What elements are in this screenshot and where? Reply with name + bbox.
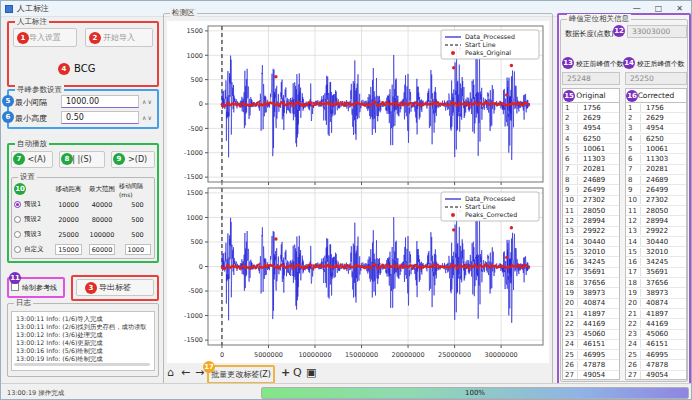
table-row[interactable]: 720281 [563, 165, 619, 175]
save-icon[interactable]: ▣ [306, 366, 316, 380]
badge-16: 16 [626, 90, 638, 102]
log-textarea[interactable]: 13:00:11 Info: (1/6)导入完成13:00:11 Info: (… [11, 311, 155, 371]
post-peak-count-label: 校正后峰值个数 [637, 59, 685, 69]
table-row[interactable]: 611303 [626, 154, 686, 164]
min-height-input[interactable]: 0.50 [61, 111, 139, 124]
table-row[interactable]: 1027302 [626, 196, 686, 206]
table-row[interactable]: 2345060 [563, 330, 619, 340]
table-row[interactable]: 1228994 [563, 216, 619, 226]
table-row[interactable]: 926499 [626, 185, 686, 195]
chart-peaks-original[interactable]: 150010005000-500-1000-1500Data_Processed… [168, 23, 548, 185]
min-interval-stepper[interactable]: ∧∨ [142, 98, 153, 105]
svg-text:0: 0 [220, 351, 224, 359]
table-row[interactable]: 926499 [563, 185, 619, 195]
maximize-icon[interactable]: □ [655, 4, 663, 13]
table-row[interactable]: 2244169 [626, 319, 686, 329]
table-row[interactable]: 1228994 [626, 216, 686, 226]
table-row[interactable]: 1938973 [626, 288, 686, 298]
svg-text:25000000: 25000000 [438, 351, 471, 359]
table-row[interactable]: 34954 [563, 124, 619, 134]
matplotlib-figure: 150010005000-500-1000-1500Data_Processed… [167, 21, 549, 363]
table-row[interactable]: 1532010 [563, 247, 619, 257]
table-row[interactable]: 1329922 [563, 227, 619, 237]
back-icon[interactable]: ← [181, 366, 190, 380]
badge-17: 17 [203, 361, 215, 373]
table-row[interactable]: 611303 [563, 154, 619, 164]
table-row[interactable]: 1735691 [626, 268, 686, 278]
svg-text:500: 500 [191, 238, 203, 246]
table-row[interactable]: 2546995 [626, 350, 686, 360]
table-row[interactable]: 2647878 [563, 360, 619, 370]
table-row[interactable]: 510061 [626, 144, 686, 154]
custom-value-input[interactable]: 15000 [52, 242, 85, 257]
close-icon[interactable]: ✕ [676, 4, 683, 13]
badge-10: 10 [14, 183, 26, 195]
table-row[interactable]: 34954 [626, 124, 686, 134]
table-row[interactable]: 1128050 [563, 206, 619, 216]
table-row[interactable]: 11756 [626, 103, 686, 113]
table-row[interactable]: 2141897 [626, 309, 686, 319]
table-row[interactable]: 1634245 [563, 257, 619, 267]
svg-text:Peaks_Original: Peaks_Original [465, 49, 511, 57]
svg-text:1000: 1000 [186, 52, 203, 60]
min-interval-input[interactable]: 1000.00 [61, 95, 139, 108]
badge-11: 11 [9, 272, 21, 284]
table-row[interactable]: 1634245 [626, 257, 686, 267]
table-row[interactable]: 1837656 [626, 278, 686, 288]
badge-6: 6 [2, 111, 14, 123]
svg-text:Data_Processed: Data_Processed [465, 33, 515, 41]
table-row[interactable]: 46250 [626, 134, 686, 144]
table-row[interactable]: 2141897 [563, 309, 619, 319]
table-row[interactable]: 2749054 [626, 371, 686, 381]
preset-radio-预设3[interactable]: 预设3 [12, 227, 52, 242]
home-icon[interactable]: ⌂ [167, 366, 174, 380]
preset-radio-自定义[interactable]: 自定义 [12, 242, 52, 257]
minimize-icon[interactable]: — [633, 4, 641, 13]
preset-radio-预设1[interactable]: 预设1 [12, 197, 52, 212]
table-row[interactable]: 22629 [626, 113, 686, 123]
batch-change-label-button[interactable]: 批量更改标签(Z) [210, 368, 272, 381]
table-row[interactable]: 2749054 [563, 371, 619, 381]
preset-value: 10000 [52, 197, 85, 212]
corrected-peaks-table[interactable]: Corrected 117562262934954462505100616113… [625, 88, 687, 380]
table-row[interactable]: 2446151 [563, 340, 619, 350]
table-row[interactable]: 2040874 [563, 299, 619, 309]
table-row[interactable]: 510061 [563, 144, 619, 154]
table-row[interactable]: 2244169 [563, 319, 619, 329]
table-row[interactable]: 22629 [563, 113, 619, 123]
min-height-stepper[interactable]: ∧∨ [142, 114, 153, 121]
table-row[interactable]: 2647878 [626, 360, 686, 370]
chart-peaks-corrected[interactable]: 150010005000-500-1000-150005000000100000… [168, 185, 548, 361]
table-row[interactable]: 1430440 [563, 237, 619, 247]
table-row[interactable]: 1938973 [563, 288, 619, 298]
table-row[interactable]: 2546995 [563, 350, 619, 360]
preset-radio-预设2[interactable]: 预设2 [12, 212, 52, 227]
table-row[interactable]: 2040874 [626, 299, 686, 309]
settings-col-header: 最大范围 [85, 182, 119, 197]
zoom-icon[interactable]: Q [293, 366, 302, 380]
table-row[interactable]: 1430440 [626, 237, 686, 247]
svg-text:5000000: 5000000 [254, 351, 283, 359]
table-row[interactable]: 2345060 [626, 330, 686, 340]
table-row[interactable]: 1128050 [626, 206, 686, 216]
pre-peak-count-label: 校正前峰值个数 [576, 59, 624, 69]
table-row[interactable]: 824689 [563, 175, 619, 185]
reference-line-checkbox[interactable] [11, 283, 19, 291]
table-row[interactable]: 1837656 [563, 278, 619, 288]
table-row[interactable]: 11756 [563, 103, 619, 113]
manual-group-title: 人工标注 [15, 17, 49, 27]
log-scrollbar[interactable] [14, 363, 150, 366]
original-peaks-table[interactable]: Original 1175622629349544625051006161130… [562, 88, 620, 380]
table-row[interactable]: 1735691 [563, 268, 619, 278]
custom-value-input[interactable]: 60000 [85, 242, 119, 257]
custom-value-input[interactable]: 1000 [119, 242, 156, 257]
log-group-title: 日志 [14, 298, 33, 308]
table-row[interactable]: 1329922 [626, 227, 686, 237]
table-row[interactable]: 2446151 [626, 340, 686, 350]
table-row[interactable]: 46250 [563, 134, 619, 144]
table-row[interactable]: 720281 [626, 165, 686, 175]
pan-icon[interactable]: + [281, 366, 290, 380]
table-row[interactable]: 1027302 [563, 196, 619, 206]
table-row[interactable]: 824689 [626, 175, 686, 185]
table-row[interactable]: 1532010 [626, 247, 686, 257]
